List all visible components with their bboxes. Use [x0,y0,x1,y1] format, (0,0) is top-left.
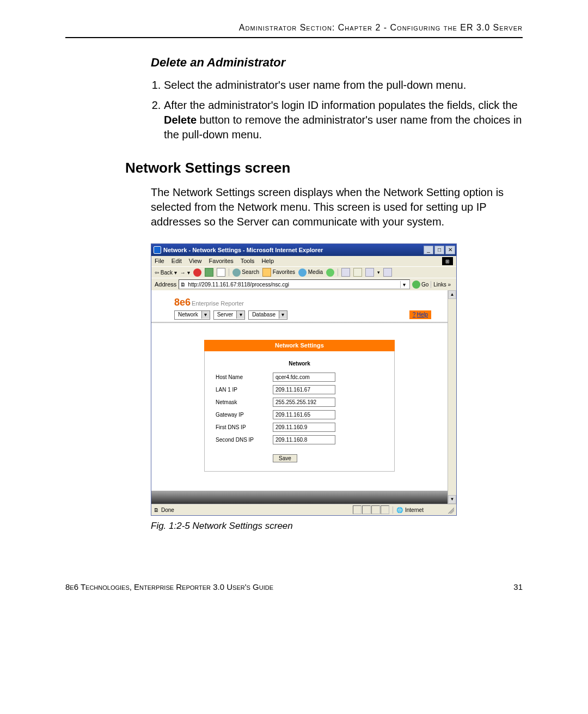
page-number: 31 [513,582,523,593]
scroll-down-icon[interactable]: ▼ [448,495,456,504]
media-button[interactable]: Media [298,268,323,277]
menu-view[interactable]: View [189,258,202,264]
page-done-icon: 🗎 [154,506,159,514]
ie-window: Network - Network Settings - Microsoft I… [151,243,457,516]
back-button[interactable]: ⇦ Back ▾ [155,269,177,277]
network-settings-panel: Network Settings Network Host Name qcer4… [204,340,395,472]
scroll-up-icon[interactable]: ▲ [448,290,456,299]
footer-text: 8e6 Technologies, Enterprise Reporter 3.… [65,582,273,591]
menu-favorites[interactable]: Favorites [209,258,234,264]
figure-caption: Fig. 1:2-5 Network Settings screen [151,520,523,533]
input-netmask[interactable]: 255.255.255.192 [273,398,335,407]
input-hostname[interactable]: qcer4.fdc.com [273,373,335,382]
top-select-server[interactable]: Server▾ [213,310,245,320]
window-maximize-button[interactable]: □ [434,246,444,254]
label-lan1ip: LAN 1 IP [216,386,273,394]
input-dns2[interactable]: 209.11.160.8 [273,435,335,444]
home-icon[interactable] [217,268,225,277]
resize-grip-icon[interactable] [446,506,454,514]
step-2-delete-word: Delete [164,114,197,126]
er-logo: 8e6Enterprise Reporter [174,296,448,309]
help-link[interactable]: ?Help [409,310,431,319]
zone-label: Internet [405,506,424,514]
address-input[interactable]: 🗎 http://209.11.161.67:8118/process/nsc.… [179,279,410,289]
input-dns1[interactable]: 209.11.160.9 [273,423,335,432]
mail-icon[interactable] [341,268,350,277]
menu-help[interactable]: Help [261,258,274,264]
row-lan1ip: LAN 1 IP 209.11.161.67 [216,385,383,394]
step-2-text-b: button to remove the administrator's use… [164,114,522,141]
go-button[interactable]: Go [412,280,428,289]
network-intro-paragraph: The Network Settings screen displays whe… [151,185,523,229]
print-icon[interactable] [353,268,362,277]
header-rule [65,37,523,38]
page-icon: 🗎 [180,281,186,289]
step-2: After the administrator's login ID infor… [164,98,523,142]
content-bottom-gradient [151,491,448,504]
heading-network-settings: Network Settings screen [125,158,523,178]
menu-tools[interactable]: Tools [241,258,255,264]
label-netmask: Netmask [216,399,273,406]
panel-title: Network Settings [204,340,395,351]
internet-zone-icon: 🌐 [396,506,403,514]
panel-subtitle: Network [216,360,383,368]
row-hostname: Host Name qcer4.fdc.com [216,373,383,382]
address-bar: Address 🗎 http://209.11.161.67:8118/proc… [151,278,456,290]
status-bar: 🗎 Done 🌐 Internet [151,504,456,515]
ie-icon [154,246,161,254]
top-select-database[interactable]: Database▾ [248,310,287,320]
label-dns2: Second DNS IP [216,436,273,444]
window-titlebar: Network - Network Settings - Microsoft I… [151,244,456,256]
menu-file[interactable]: File [155,258,164,264]
address-dropdown-icon[interactable]: ▾ [400,281,408,289]
window-title: Network - Network Settings - Microsoft I… [163,246,323,254]
row-dns1: First DNS IP 209.11.160.9 [216,423,383,432]
status-text: Done [161,506,174,514]
address-url: http://209.11.161.67:8118/process/nsc.cg… [188,281,398,289]
page-content: 8e6Enterprise Reporter Network▾ Server▾ … [151,290,448,504]
input-lan1ip[interactable]: 209.11.161.67 [273,385,335,394]
address-label: Address [155,280,176,289]
label-hostname: Host Name [216,374,273,381]
delete-admin-steps: Select the administrator's user name fro… [151,78,523,142]
vertical-scrollbar[interactable]: ▲ ▼ [448,290,456,504]
status-panes [353,505,389,514]
links-button[interactable]: Links » [431,281,453,289]
stop-icon[interactable] [193,268,201,277]
input-gateway[interactable]: 209.11.161.65 [273,410,335,419]
heading-delete-admin: Delete an Administrator [151,54,523,71]
refresh-icon[interactable] [205,268,213,277]
running-header: Administrator Section: Chapter 2 - Confi… [65,22,523,34]
discuss-icon[interactable] [383,268,392,277]
history-icon[interactable] [326,268,334,277]
step-1: Select the administrator's user name fro… [164,78,523,93]
save-button[interactable]: Save [273,454,297,462]
window-minimize-button[interactable]: _ [424,246,433,254]
label-gateway: Gateway IP [216,411,273,419]
windows-flag-icon: ⊞ [442,257,453,265]
forward-button[interactable]: → ▾ [180,269,190,277]
step-2-text-a: After the administrator's login ID infor… [164,99,518,111]
label-dns1: First DNS IP [216,424,273,431]
search-button[interactable]: Search [232,268,259,277]
help-icon: ? [413,311,416,319]
row-netmask: Netmask 255.255.255.192 [216,398,383,407]
top-select-network[interactable]: Network▾ [174,310,210,320]
toolbar: ⇦ Back ▾ → ▾ Search Favorites Media ▾ [151,266,456,278]
window-close-button[interactable]: ✕ [445,246,455,254]
row-gateway: Gateway IP 209.11.161.65 [216,410,383,419]
row-dns2: Second DNS IP 209.11.160.8 [216,435,383,444]
menu-edit[interactable]: Edit [171,258,182,264]
edit-icon[interactable] [365,268,374,277]
favorites-button[interactable]: Favorites [262,268,295,277]
menubar: File Edit View Favorites Tools Help ⊞ [151,256,456,266]
